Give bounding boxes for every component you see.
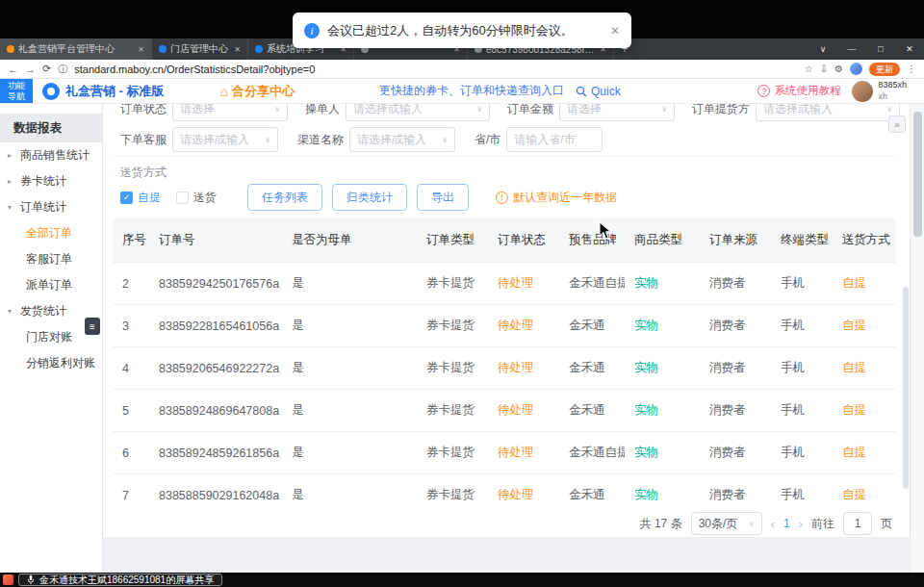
tab-close-icon[interactable]: ✕ [234, 45, 241, 54]
sidebar-item-label: 订单统计 [20, 199, 66, 216]
sidebar-item-label: 券卡统计 [20, 173, 66, 190]
table-row[interactable]: 5 83858924869647808a 是 券卡提货 待处理 金禾通 实物 消… [113, 390, 896, 432]
extensions-icon[interactable]: ⚙ [834, 64, 843, 74]
page-scrollbar[interactable] [910, 104, 924, 573]
tab-search-icon[interactable]: ∨ [808, 38, 837, 60]
window-minimize-button[interactable]: — [837, 38, 866, 60]
table-row[interactable]: 3 83859228165461056a 是 券卡提货 待处理 金禾通 实物 消… [113, 305, 896, 347]
prev-page-button[interactable]: ‹ [771, 517, 775, 531]
function-nav-toggle[interactable]: 功能 导航 [0, 79, 33, 103]
col-delivery-method: 送货方式 [833, 232, 896, 248]
url-text[interactable]: standard.maboy.cn/OrderStatisticsDetail?… [74, 64, 315, 75]
collapse-filters-button[interactable]: » [888, 115, 906, 133]
window-maximize-button[interactable]: □ [866, 38, 895, 60]
app-logo-icon [42, 83, 60, 100]
filter-label: 渠道名称 [297, 132, 344, 148]
delivery-method-label: 送货方式 [120, 165, 910, 178]
user-account[interactable]: 8385xh xh [852, 80, 907, 102]
browser-update-button[interactable]: 更新 [869, 63, 900, 76]
select-placeholder: 请选择或输入 [357, 132, 426, 148]
search-icon [576, 86, 587, 97]
cell-is-parent: 是 [282, 487, 417, 503]
share-center-link[interactable]: ⌂ 合分享中心 [220, 83, 295, 100]
chevron-down-icon: ∨ [886, 105, 892, 114]
order-status-select[interactable]: 请选择 ∨ [172, 104, 288, 121]
sidebar-item-distribution-rebate[interactable]: 分销返利对账 [0, 350, 102, 376]
sidebar-item-label: 分销返利对账 [26, 355, 95, 371]
download-icon[interactable]: ⇩ [820, 64, 828, 74]
browser-tab[interactable]: 礼盒营销平台管理中心 ✕ [0, 38, 152, 60]
select-placeholder: 请选择或输入 [180, 132, 249, 148]
page-size-select[interactable]: 30条/页 ∨ [691, 512, 762, 535]
table-row[interactable]: 4 83859206546922272a 是 券卡提货 待处理 金禾通 实物 消… [113, 347, 896, 390]
group-stats-button[interactable]: 归类统计 [332, 184, 407, 211]
goto-unit: 页 [881, 516, 892, 532]
tab-title: 门店管理中心 [170, 42, 228, 56]
filter-label: 下单客服 [120, 132, 167, 148]
close-icon[interactable]: ✕ [610, 24, 620, 38]
goto-page-input[interactable]: 1 [843, 512, 872, 535]
table-scrollbar-thumb[interactable] [903, 287, 909, 489]
tab-close-icon[interactable]: ✕ [138, 45, 144, 54]
chevron-down-icon: ∨ [274, 105, 280, 114]
input-placeholder: 请输入省/市 [514, 132, 575, 148]
filter-label: 操单人 [305, 104, 340, 117]
browser-profile-avatar[interactable] [850, 63, 862, 75]
service-agent-select[interactable]: 请选择或输入 ∨ [172, 127, 278, 152]
task-list-button[interactable]: 任务列表 [247, 184, 322, 211]
quick-entry-promo-text[interactable]: 更快捷的券卡、订单和快递查询入口 [379, 83, 564, 99]
table-row[interactable]: 6 83858924859261856a 是 券卡提货 待处理 金禾通自提 实物… [113, 432, 896, 474]
forward-icon[interactable]: → [25, 64, 36, 75]
col-goods-type: 商品类型 [625, 232, 700, 248]
channel-name-select[interactable]: 请选择或输入 ∨ [349, 127, 455, 152]
sidebar-collapse-handle[interactable]: ≡ [85, 318, 100, 335]
order-stats-card: » 订单状态 请选择 ∨ 操单人 请选择或输入 [103, 104, 910, 537]
cell-goods-type: 实物 [625, 360, 700, 376]
province-city-input[interactable]: 请输入省/市 [506, 127, 603, 152]
reload-icon[interactable]: ⟳ [42, 63, 51, 75]
order-picker-select[interactable]: 请选择或输入 ∨ [756, 104, 900, 121]
browser-tab[interactable]: 门店管理中心 ✕ [152, 38, 248, 60]
page-scrollbar-thumb[interactable] [913, 112, 922, 237]
page-size-value: 30条/页 [699, 516, 738, 532]
back-icon[interactable]: ← [8, 64, 18, 75]
cell-presale-brand: 金禾通 [559, 487, 625, 503]
sidebar-item-dispatch-orders[interactable]: 派单订单 [0, 272, 102, 298]
sidebar-item-coupon-card-stats[interactable]: ▸ 券卡统计 [0, 168, 102, 194]
sidebar-section-data-reports[interactable]: 数据报表 [0, 114, 102, 142]
checkbox-delivery[interactable]: 送货 [176, 190, 217, 206]
bookmark-star-icon[interactable]: ☆ [805, 64, 813, 74]
next-page-button[interactable]: › [799, 517, 803, 531]
cell-order-source: 消费者 [700, 487, 771, 503]
site-info-icon[interactable]: ⓘ [58, 63, 67, 76]
export-button[interactable]: 导出 [417, 184, 469, 211]
sidebar-item-order-stats[interactable]: ▾ 订单统计 [0, 194, 102, 220]
system-tutorial-link[interactable]: ? 系统使用教程 [757, 84, 840, 98]
current-page-number[interactable]: 1 [783, 517, 790, 530]
nav-toggle-line2: 导航 [8, 91, 25, 101]
checkbox-unchecked-icon[interactable] [176, 191, 189, 204]
cell-order-source: 消费者 [700, 360, 771, 376]
quick-search-link[interactable]: Quick [576, 85, 621, 98]
window-close-button[interactable]: ✕ [895, 38, 924, 60]
table-row[interactable]: 7 83858859029162048a 是 券卡提货 待处理 金禾通 实物 消… [113, 474, 896, 510]
sidebar-item-product-sales-stats[interactable]: ▸ 商品销售统计 [0, 142, 102, 168]
table-row[interactable]: 2 83859294250176576a 是 券卡提货 待处理 金禾通自提 实物… [113, 263, 896, 305]
cell-presale-brand: 金禾通 [559, 402, 625, 419]
cell-presale-brand: 金禾通自提 [559, 445, 625, 461]
sidebar-item-service-orders[interactable]: 客服订单 [0, 246, 102, 272]
info-icon: i [304, 23, 320, 38]
meeting-toast: i 会议已超过2人，自动转为60分钟限时会议。 ✕ [293, 13, 631, 48]
sidebar-item-all-orders[interactable]: 全部订单 [0, 220, 102, 246]
order-amount-select[interactable]: 请选择 ∨ [559, 104, 675, 121]
checkbox-checked-icon[interactable]: ✓ [120, 191, 133, 204]
checkbox-self-pickup[interactable]: ✓ 自提 [120, 190, 161, 206]
browser-url-bar: ← → ⟳ ⓘ standard.maboy.cn/OrderStatistic… [0, 60, 924, 79]
chevron-right-icon: ▸ [8, 177, 16, 186]
browser-menu-icon[interactable]: ⋮ [907, 64, 916, 74]
filter-row-2: 下单客服 请选择或输入 ∨ 渠道名称 请选择或输入 ∨ [113, 123, 910, 156]
sidebar-item-label: 客服订单 [26, 251, 72, 268]
user-sub-name: xh [878, 91, 887, 101]
operator-select[interactable]: 请选择或输入 ∨ [346, 104, 490, 121]
cell-seq: 4 [113, 362, 149, 375]
